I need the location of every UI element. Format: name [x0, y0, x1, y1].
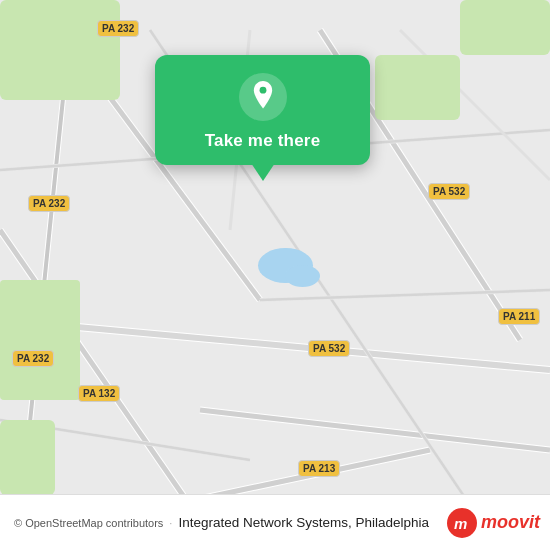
location-pin-icon	[249, 81, 277, 113]
road-badge-pa532-top: PA 532	[428, 183, 470, 200]
green-area-3	[375, 55, 460, 120]
svg-text:m: m	[454, 515, 467, 532]
green-area-4	[0, 420, 55, 495]
road-badge-pa132: PA 132	[78, 385, 120, 402]
moovit-text: moovit	[481, 512, 540, 533]
road-badge-pa232-bot: PA 232	[12, 350, 54, 367]
road-badge-pa532-bot: PA 532	[308, 340, 350, 357]
bottom-bar: © OpenStreetMap contributors · Integrate…	[0, 494, 550, 550]
svg-point-24	[259, 87, 266, 94]
green-area-5	[460, 0, 550, 55]
road-badge-pa211: PA 211	[498, 308, 540, 325]
location-icon-circle	[239, 73, 287, 121]
popup-card: Take me there	[155, 55, 370, 165]
road-badge-pa232-mid: PA 232	[28, 195, 70, 212]
separator: ·	[169, 517, 172, 529]
map-container: PA 232 PA 232 PA 232 PA 132 PA 532 PA 53…	[0, 0, 550, 550]
svg-line-19	[260, 290, 550, 300]
water-area-2	[285, 265, 320, 287]
osm-attribution: © OpenStreetMap contributors	[14, 517, 163, 529]
moovit-logo: m moovit	[447, 508, 540, 538]
svg-line-11	[200, 410, 550, 450]
green-area-2	[0, 280, 80, 400]
take-me-there-button[interactable]: Take me there	[205, 131, 321, 151]
bottom-bar-left: © OpenStreetMap contributors · Integrate…	[14, 515, 429, 530]
green-area-1	[0, 0, 120, 100]
location-title: Integrated Network Systems, Philadelphia	[178, 515, 429, 530]
road-badge-pa213: PA 213	[298, 460, 340, 477]
moovit-icon: m	[447, 508, 477, 538]
road-badge-pa232-top: PA 232	[97, 20, 139, 37]
